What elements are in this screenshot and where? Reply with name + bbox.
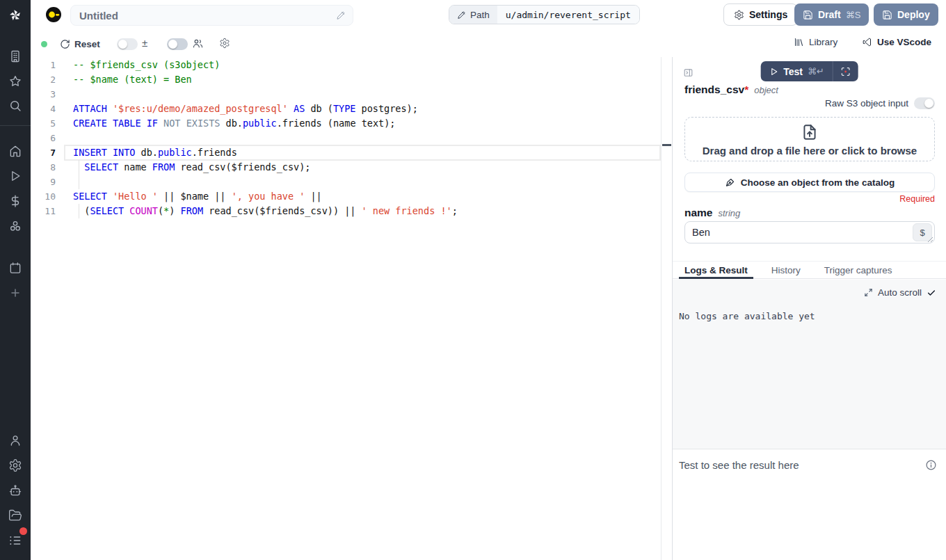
code-line[interactable]: 5CREATE TABLE IF NOT EXISTS db.public.fr…: [31, 116, 661, 131]
assistant-toggle[interactable]: [167, 38, 188, 50]
tab-trigger-captures[interactable]: Trigger captures: [824, 262, 892, 278]
sidebar-item-user[interactable]: [8, 433, 22, 447]
windmill-logo-icon: [7, 7, 24, 24]
draft-label: Draft: [818, 9, 841, 20]
sidebar-item-favorites[interactable]: [8, 74, 22, 88]
library-label: Library: [809, 37, 837, 47]
draft-button[interactable]: Draft ⌘S: [794, 3, 869, 26]
search-icon: [8, 99, 22, 113]
toggle-knob: [924, 99, 933, 108]
logs-empty-text: No logs are available yet: [679, 311, 815, 321]
editor-settings-icon[interactable]: [219, 38, 230, 49]
code-line[interactable]: 11 (SELECT COUNT(*) FROM read_csv($frien…: [31, 204, 661, 218]
sidebar-item-search[interactable]: [8, 99, 22, 113]
code-line[interactable]: 2-- $name (text) = Ben: [31, 72, 661, 87]
code-lines: 1-- $friends_csv (s3object)2-- $name (te…: [31, 58, 661, 218]
use-vscode-button[interactable]: Use VScode: [862, 37, 931, 47]
sidebar-item-schedules[interactable]: [8, 261, 22, 275]
sidebar: [0, 0, 31, 560]
line-number: 11: [31, 204, 56, 218]
code-line[interactable]: 10SELECT 'Hello ' || $name || ', you hav…: [31, 189, 661, 204]
test-button-group: Test ⌘↵: [760, 61, 858, 81]
auto-scroll-label: Auto scroll: [878, 287, 922, 298]
line-number: 3: [31, 87, 56, 102]
code-line[interactable]: 8 SELECT name FROM read_csv($friends_csv…: [31, 160, 661, 175]
reset-button[interactable]: Reset: [60, 37, 100, 51]
info-icon[interactable]: [925, 459, 937, 471]
code-line[interactable]: 7INSERT INTO db.public.friends: [31, 145, 661, 160]
sidebar-item-create[interactable]: [8, 286, 22, 300]
editor-scrollbar[interactable]: [661, 57, 672, 560]
arg-name: name: [684, 207, 713, 219]
code-line[interactable]: 1-- $friends_csv (s3object): [31, 58, 661, 72]
line-number: 6: [31, 131, 56, 145]
result-placeholder: Test to see the result here: [679, 459, 799, 471]
code-editor[interactable]: 1-- $friends_csv (s3object)2-- $name (te…: [31, 57, 661, 560]
auto-scroll-control[interactable]: Auto scroll: [864, 287, 936, 298]
vscode-icon: [862, 37, 872, 47]
path-button[interactable]: Path u/admin/reverent_script: [449, 5, 640, 24]
sidebar-item-variables[interactable]: [8, 194, 22, 208]
edit-title-pencil-icon[interactable]: [336, 10, 346, 20]
file-upload-icon: [801, 122, 819, 142]
topbar: Path u/admin/reverent_script Settings Dr…: [31, 0, 946, 31]
sidebar-item-settings[interactable]: [8, 458, 22, 472]
star-icon: [8, 74, 22, 88]
name-input[interactable]: [685, 227, 913, 238]
test-button[interactable]: Test ⌘↵: [760, 61, 833, 81]
test-label: Test: [783, 66, 803, 77]
deploy-label: Deploy: [897, 9, 930, 20]
capture-run-button[interactable]: [833, 61, 858, 81]
sidebar-item-runs[interactable]: [8, 169, 22, 183]
tab-logs-result[interactable]: Logs & Result: [684, 262, 748, 278]
sidebar-item-workspace[interactable]: [8, 49, 22, 63]
result-panel: Test to see the result here: [673, 449, 946, 560]
arg-name: friends_csv*: [684, 83, 748, 96]
code-line[interactable]: 4ATTACH '$res:u/demo/amazed_postgresql' …: [31, 102, 661, 116]
diff-toggle[interactable]: [117, 38, 138, 50]
panel-tabs: Logs & Result History Trigger captures: [673, 261, 946, 279]
duckdb-icon: [45, 6, 62, 23]
settings-button[interactable]: Settings: [723, 3, 798, 26]
use-vscode-label: Use VScode: [877, 37, 931, 47]
collaborators-icon[interactable]: [192, 38, 204, 49]
library-button[interactable]: Library: [794, 37, 837, 47]
indent-guide: [79, 160, 79, 189]
name-input-wrap: $: [684, 221, 935, 243]
windmill-logo[interactable]: [7, 7, 24, 24]
reset-label: Reset: [74, 39, 100, 49]
settings-label: Settings: [749, 9, 787, 20]
choose-object-label: Choose an object from the catalog: [741, 177, 895, 188]
pen-nib-icon: [725, 177, 735, 188]
sidebar-divider: [0, 125, 31, 126]
line-number: 8: [31, 160, 56, 175]
gear-icon: [8, 458, 22, 472]
path-label-segment: Path: [449, 6, 497, 24]
check-icon: [927, 288, 936, 298]
logs-panel: Auto scroll No logs are available yet: [673, 280, 946, 449]
deploy-button[interactable]: Deploy: [874, 3, 938, 26]
plus-minus-icon[interactable]: ±: [142, 37, 147, 49]
code-line[interactable]: 6: [31, 131, 661, 145]
test-panel: Test ⌘↵ friends_csv* object Raw S3 objec…: [672, 57, 946, 560]
sidebar-item-resources[interactable]: [8, 219, 22, 233]
choose-object-button[interactable]: Choose an object from the catalog: [684, 173, 935, 192]
connection-status-dot: [41, 41, 47, 47]
required-label: Required: [899, 194, 935, 204]
sidebar-item-home[interactable]: [8, 144, 22, 158]
toggle-knob: [118, 40, 127, 49]
collapse-panel-icon[interactable]: [683, 67, 694, 78]
sidebar-item-workers[interactable]: [8, 483, 22, 497]
resources-icon: [8, 219, 22, 233]
indent-guide: [79, 204, 79, 218]
tab-history[interactable]: History: [771, 262, 801, 278]
sidebar-item-folders[interactable]: [8, 509, 22, 522]
resize-handle[interactable]: [927, 237, 933, 243]
code-line[interactable]: 9: [31, 175, 661, 189]
sidebar-item-audit-logs[interactable]: [8, 534, 22, 547]
code-line[interactable]: 3: [31, 87, 661, 102]
file-dropzone[interactable]: Drag and drop a file here or click to br…: [684, 117, 935, 161]
raw-s3-toggle[interactable]: [914, 97, 935, 109]
script-title-box: [70, 5, 353, 26]
script-title-input[interactable]: [71, 10, 336, 22]
